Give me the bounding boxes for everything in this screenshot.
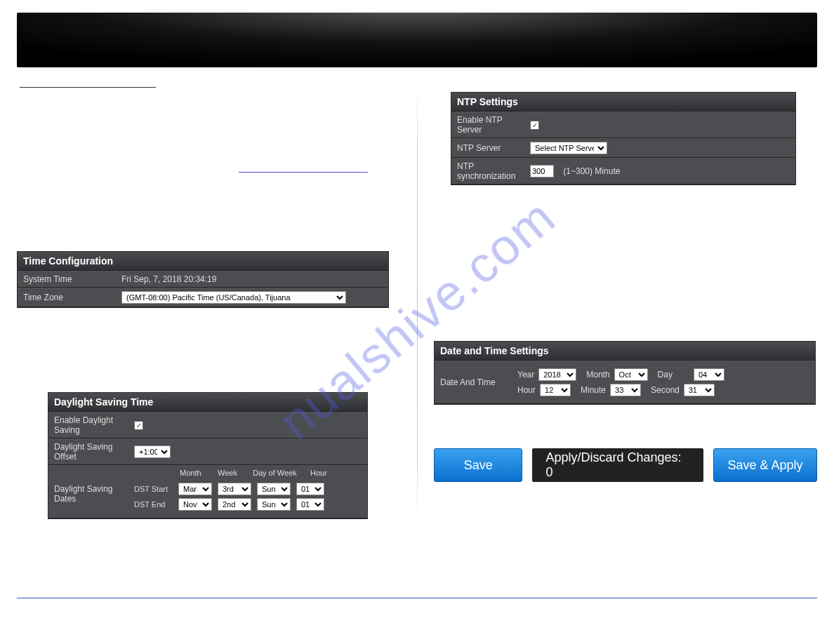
- date-time-row-label: Date And Time: [435, 375, 512, 390]
- ntp-server-select[interactable]: Select NTP Server: [530, 142, 607, 154]
- footer-rule: [17, 598, 817, 598]
- system-time-value: Fri Sep, 7, 2018 20:34:19: [116, 271, 388, 287]
- time-configuration-header: Time Configuration: [18, 252, 388, 271]
- day-label: Day: [658, 370, 673, 380]
- ntp-sync-input[interactable]: [530, 165, 554, 177]
- time-zone-label: Time Zone: [18, 290, 116, 305]
- ntp-panel: NTP Settings Enable NTP Server ✓ NTP Ser…: [451, 92, 796, 185]
- dst-start-month-select[interactable]: Mar: [178, 483, 212, 495]
- dst-end-hour-select[interactable]: 01: [296, 498, 324, 511]
- dst-start-dow-select[interactable]: Sun: [257, 483, 291, 495]
- month-label: Month: [586, 370, 609, 380]
- dst-col-hour: Hour: [310, 469, 334, 477]
- system-time-label: System Time: [18, 271, 116, 287]
- dst-enable-label: Enable Daylight Saving: [48, 412, 128, 438]
- apply-discard-button[interactable]: Apply/Discard Changes: 0: [532, 448, 703, 482]
- ntp-sync-hint: (1~300) Minute: [563, 166, 620, 176]
- year-label: Year: [517, 370, 534, 380]
- ntp-enable-label: Enable NTP Server: [451, 112, 524, 137]
- dst-panel: Daylight Saving Time Enable Daylight Sav…: [48, 392, 368, 519]
- dst-col-dow: Day of Week: [253, 469, 303, 477]
- dst-dates-label: Daylight Saving Dates: [48, 466, 128, 507]
- save-apply-button[interactable]: Save & Apply: [713, 448, 817, 482]
- second-label: Second: [651, 385, 680, 395]
- dst-header: Daylight Saving Time: [48, 393, 367, 412]
- dst-end-label: DST End: [134, 500, 173, 509]
- ntp-header: NTP Settings: [451, 93, 795, 112]
- header-banner: [17, 13, 817, 67]
- button-bar: Save Apply/Discard Changes: 0 Save & App…: [434, 448, 817, 482]
- date-time-panel: Date and Time Settings Date And Time Yea…: [434, 341, 816, 405]
- month-select[interactable]: Oct: [614, 368, 648, 381]
- time-zone-select[interactable]: (GMT-08:00) Pacific Time (US/Canada), Ti…: [121, 291, 346, 304]
- second-select[interactable]: 31: [684, 384, 715, 396]
- day-select[interactable]: 04: [694, 368, 724, 381]
- dst-start-label: DST Start: [134, 485, 173, 493]
- hour-select[interactable]: 12: [540, 384, 571, 396]
- year-select[interactable]: 2018: [538, 368, 576, 381]
- dst-col-week: Week: [218, 469, 246, 477]
- save-button[interactable]: Save: [434, 448, 522, 482]
- ntp-server-label: NTP Server: [451, 140, 524, 156]
- dst-end-week-select[interactable]: 2nd: [218, 498, 251, 511]
- dst-offset-select[interactable]: +1:00: [134, 445, 171, 458]
- minute-select[interactable]: 33: [610, 384, 641, 396]
- ntp-enable-checkbox[interactable]: ✓: [530, 121, 539, 130]
- dst-enable-checkbox[interactable]: ✓: [134, 421, 143, 430]
- dst-end-dow-select[interactable]: Sun: [257, 498, 291, 511]
- dst-end-month-select[interactable]: Nov: [178, 498, 212, 511]
- time-configuration-panel: Time Configuration System Time Fri Sep, …: [17, 251, 389, 308]
- minute-label: Minute: [581, 385, 606, 395]
- ntp-sync-label: NTP synchronization: [451, 159, 524, 184]
- dst-offset-label: Daylight Saving Offset: [48, 439, 128, 464]
- dst-col-month: Month: [180, 469, 211, 477]
- hour-label: Hour: [517, 385, 536, 395]
- date-time-header: Date and Time Settings: [435, 342, 815, 361]
- column-divider: [417, 88, 418, 519]
- dst-start-week-select[interactable]: 3rd: [218, 483, 251, 495]
- link-underline: [239, 172, 368, 173]
- dst-start-hour-select[interactable]: 01: [296, 483, 324, 495]
- dst-columns-header: Month Week Day of Week Hour: [128, 466, 367, 478]
